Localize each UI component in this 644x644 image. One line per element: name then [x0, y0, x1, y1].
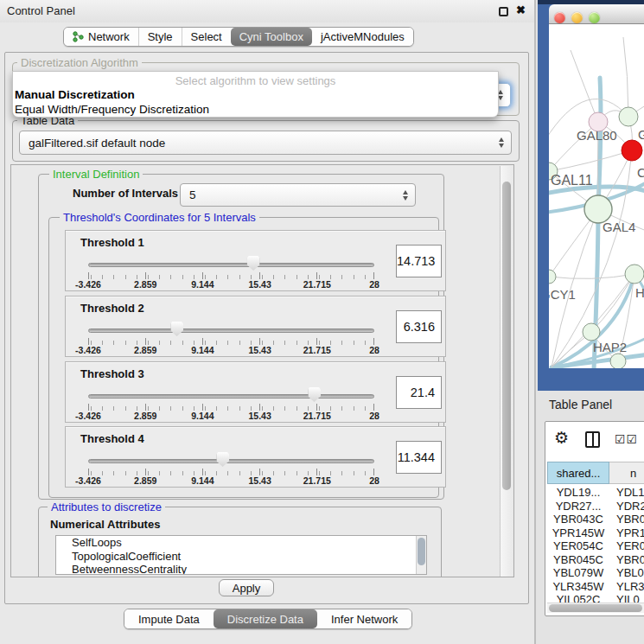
threshold-4-value-field[interactable]: 11.344: [396, 441, 442, 474]
tab-network[interactable]: Network: [64, 28, 138, 46]
table-row[interactable]: YBR043CYBR0: [547, 513, 644, 526]
threshold-1-slider-thumb[interactable]: [247, 256, 260, 271]
network-tab-icon: [73, 31, 84, 42]
threshold-4-panel: Threshold 4 -3.4262.8599.14415.4321.7152…: [65, 426, 446, 488]
table-row[interactable]: YDL19...YDL1: [547, 486, 644, 500]
node-label-gal4: GAL4: [603, 220, 635, 234]
table-horizontal-scrollbar[interactable]: [547, 603, 644, 613]
column-header-shared-name[interactable]: shared...: [547, 462, 609, 484]
node-label-gal80: GAL80: [577, 128, 617, 143]
network-window-titlebar: [549, 4, 644, 24]
threshold-4-slider-thumb[interactable]: [216, 452, 229, 467]
graph-node[interactable]: [625, 265, 644, 284]
node-label-gcy1: GCY1: [549, 287, 576, 302]
popup-item-manual-discretization[interactable]: Manual Discretization: [15, 88, 135, 101]
tab-network-label: Network: [88, 30, 130, 43]
checkbox-icons[interactable]: ☑☑: [615, 432, 638, 446]
minimize-traffic-light-icon[interactable]: [571, 12, 583, 23]
threshold-2-slider-ticks: [88, 338, 374, 345]
tab-style[interactable]: Style: [138, 28, 182, 46]
close-icon[interactable]: ✖: [516, 3, 526, 16]
table-row[interactable]: YER054CYER0: [547, 539, 644, 553]
popup-prompt: Select algorithm to view settings: [13, 74, 498, 87]
num-intervals-label: Number of Intervals: [73, 187, 178, 200]
graph-node[interactable]: [619, 107, 638, 126]
numerical-attributes-list: SelfLoops TopologicalCoefficient Between…: [55, 535, 427, 575]
cyni-bottom-tabbar: Impute Data Discretize Data Infer Networ…: [124, 609, 412, 629]
threshold-3-slider-thumb[interactable]: [308, 387, 321, 402]
threshold-1-value-field[interactable]: 14.713: [396, 245, 442, 277]
control-panel-titlebar: Control Panel: [0, 0, 536, 22]
network-graph: GAL80 G. C GAL11 GAL4 GCY1 H HAP2: [549, 24, 644, 368]
control-panel-tabbar: Network Style Select Cyni Toolbox jActiv…: [63, 27, 414, 47]
attributes-list-scrollbar[interactable]: [416, 536, 426, 574]
graph-node-gcy1[interactable]: [549, 270, 556, 284]
network-canvas[interactable]: GAL80 G. C GAL11 GAL4 GCY1 H HAP2: [549, 24, 644, 368]
tab-discretize-data[interactable]: Discretize Data: [214, 609, 317, 628]
settings-vertical-scrollbar[interactable]: [500, 166, 513, 577]
window-title: Control Panel: [7, 4, 75, 17]
table-row[interactable]: YBR045CYBR0: [547, 553, 644, 567]
screenshot-stage: Control Panel ✖ Network Style Select Cyn…: [0, 0, 644, 644]
list-item-betweennesscentrality[interactable]: BetweennessCentrality: [56, 563, 426, 575]
threshold-2-panel: Threshold 2 -3.4262.8599.14415.4321.7152…: [65, 296, 446, 357]
threshold-3-panel: Threshold 3 -3.4262.8599.14415.4321.7152…: [65, 361, 446, 423]
num-intervals-combobox[interactable]: 5: [180, 183, 416, 207]
column-header-name[interactable]: n: [609, 462, 644, 484]
settings-scrollbar-thumb[interactable]: [502, 182, 511, 490]
node-label-truncated-h: H: [635, 285, 644, 300]
threshold-3-value-field[interactable]: 21.4: [396, 376, 442, 409]
thresholds-group-title: Threshold's Coordinates for 5 Intervals: [60, 211, 259, 224]
table-hscrollbar-thumb[interactable]: [549, 604, 642, 612]
table-row[interactable]: YDR27...YDR2: [547, 500, 644, 513]
numerical-attributes-label: Numerical Attributes: [50, 518, 160, 531]
node-label-truncated-c: C: [637, 165, 644, 180]
table-row[interactable]: YLR345WYLR3: [547, 580, 644, 594]
node-label-truncated-g: G.: [638, 127, 644, 142]
close-traffic-light-icon[interactable]: [554, 12, 565, 23]
node-label-gal11: GAL11: [551, 173, 593, 188]
threshold-4-slider-track[interactable]: [88, 459, 374, 463]
interval-definition-title: Interval Definition: [49, 168, 143, 181]
discretization-algorithm-title: Discretization Algorithm: [17, 56, 142, 69]
threshold-1-panel: Threshold 1 -3.4262.8599.14415.4321.7152…: [65, 230, 446, 291]
threshold-3-slider-ticks: [88, 404, 374, 411]
settings-scrollpane: Interval Definition Number of Intervals …: [10, 164, 514, 577]
table-panel-title: Table Panel: [549, 398, 612, 411]
threshold-3-slider-track[interactable]: [88, 394, 374, 399]
tab-jactivemnodules[interactable]: jActiveMNodules: [312, 28, 413, 46]
popup-item-equal-width[interactable]: Equal Width/Frequency Discretization: [15, 103, 209, 116]
tab-cyni-toolbox[interactable]: Cyni Toolbox: [231, 28, 312, 46]
threshold-2-value-field[interactable]: 6.316: [396, 310, 442, 343]
tab-impute-data[interactable]: Impute Data: [124, 609, 214, 628]
float-window-icon[interactable]: [499, 7, 508, 16]
gear-icon[interactable]: ⚙: [554, 430, 569, 446]
table-data-combobox-value: galFiltered.sif default node: [29, 137, 165, 150]
table-data-combobox[interactable]: galFiltered.sif default node: [19, 131, 512, 155]
threshold-2-slider-track[interactable]: [88, 328, 374, 333]
split-view-icon[interactable]: [585, 431, 600, 448]
threshold-1-slider-ticks: [88, 272, 374, 279]
graph-node[interactable]: [610, 354, 626, 368]
threshold-1-slider-track[interactable]: [88, 263, 374, 267]
tab-select[interactable]: Select: [182, 28, 231, 46]
threshold-2-slider-thumb[interactable]: [170, 322, 183, 336]
attributes-group-title: Attributes to discretize: [48, 501, 165, 513]
table-row[interactable]: YBL079WYBL0: [547, 566, 644, 580]
num-intervals-value: 5: [189, 188, 196, 201]
algorithm-dropdown-popup: Select algorithm to view settings Manual…: [12, 71, 499, 118]
graph-node-selected[interactable]: [622, 140, 642, 161]
graph-node-hap2[interactable]: [583, 323, 600, 341]
node-label-hap2: HAP2: [593, 340, 627, 354]
list-item-selfloops[interactable]: SelfLoops: [56, 536, 426, 550]
tab-infer-network[interactable]: Infer Network: [317, 609, 411, 628]
chevron-updown-icon: [499, 137, 504, 148]
list-item-topologicalcoefficient[interactable]: TopologicalCoefficient: [56, 550, 426, 564]
apply-button[interactable]: Apply: [219, 579, 274, 596]
threshold-4-slider-ticks: [88, 469, 374, 475]
chevron-updown-icon: [403, 190, 408, 201]
table-row[interactable]: YPR145WYPR1: [547, 526, 644, 540]
table-panel: ⚙ ☑☑ shared... n YDL19...YDL1 YDR27...YD…: [545, 421, 644, 616]
zoom-traffic-light-icon[interactable]: [589, 12, 600, 23]
